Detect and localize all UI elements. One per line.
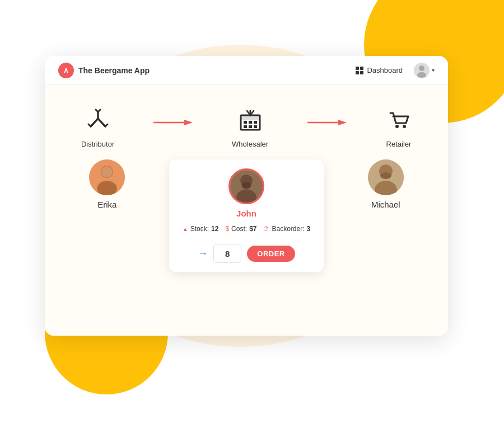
john-avatar-image [230, 168, 263, 204]
wholesaler-svg-icon [237, 107, 263, 133]
backorder-stat: ⏱ Backorder: 3 [263, 225, 310, 233]
user-menu[interactable]: ▾ [414, 63, 435, 78]
distributor-label: Distributor [81, 140, 114, 148]
distributor-icon [85, 107, 111, 137]
dashboard-nav-item[interactable]: Dashboard [356, 66, 403, 74]
svg-marker-6 [184, 120, 193, 125]
avatar-erika [89, 159, 125, 195]
john-stats-row: ▲ Stock: 12 $ Cost: $7 ⏱ Backorder: 3 [183, 225, 310, 233]
svg-point-0 [419, 65, 424, 71]
svg-rect-9 [244, 121, 247, 124]
dashboard-grid-icon [356, 67, 363, 74]
brand-logo-icon: ∧ [58, 63, 74, 78]
svg-point-26 [97, 181, 116, 195]
cost-stat: $ Cost: $7 [225, 225, 256, 233]
distributor-svg-icon [85, 107, 111, 133]
stock-stat: ▲ Stock: 12 [183, 225, 219, 233]
app-window: ∧ The Beergame App Dashboard ▾ [45, 56, 448, 336]
svg-point-34 [380, 172, 391, 179]
retailer-icon [386, 107, 412, 137]
players-row: Erika John [62, 159, 431, 272]
user-avatar-nav [414, 63, 430, 78]
cost-label: Cost: [231, 225, 247, 233]
svg-point-21 [403, 125, 406, 128]
order-arrow-icon: → [198, 248, 208, 260]
svg-rect-11 [254, 121, 257, 124]
arrow-wholesaler-retailer [307, 117, 347, 128]
chevron-down-icon: ▾ [432, 67, 435, 73]
avatar-john [228, 168, 264, 204]
order-row: → ORDER [198, 244, 295, 263]
navbar: ∧ The Beergame App Dashboard ▾ [45, 56, 448, 85]
navbar-right: Dashboard ▾ [356, 63, 435, 78]
order-button[interactable]: ORDER [247, 246, 295, 262]
main-content: Distributor [45, 85, 448, 336]
avatar-michael [368, 159, 404, 195]
svg-marker-19 [338, 120, 347, 125]
avatar-circle-michael [368, 159, 404, 195]
svg-rect-13 [249, 125, 252, 128]
user-icon [414, 63, 430, 78]
player-card-erika: Erika [89, 159, 125, 209]
backorder-clock-icon: ⏱ [263, 225, 269, 232]
navbar-brand: ∧ The Beergame App [58, 63, 150, 78]
brand-name: The Beergame App [78, 66, 150, 75]
svg-rect-12 [244, 125, 247, 128]
retailer-label: Retailer [386, 140, 412, 148]
svg-point-30 [242, 182, 251, 189]
dashboard-label: Dashboard [367, 66, 403, 74]
chain-node-wholesaler: Wholesaler [232, 107, 268, 148]
svg-point-20 [395, 125, 399, 128]
svg-point-25 [101, 166, 113, 177]
backorder-value: 3 [307, 225, 311, 233]
supply-chain-row: Distributor [62, 107, 431, 148]
player-name-erika: Erika [97, 200, 116, 209]
erika-avatar-image [89, 159, 125, 195]
player-name-john: John [236, 209, 256, 218]
wholesaler-label: Wholesaler [232, 140, 268, 148]
chain-node-retailer: Retailer [386, 107, 412, 148]
player-card-michael: Michael [368, 159, 404, 209]
svg-rect-10 [249, 121, 252, 124]
stock-value: 12 [211, 225, 218, 233]
player-name-michael: Michael [371, 200, 400, 209]
svg-point-1 [417, 72, 426, 78]
stock-label: Stock: [190, 225, 209, 233]
retailer-svg-icon [386, 107, 412, 133]
arrow-distributor-wholesaler [153, 117, 193, 128]
cost-value: $7 [249, 225, 256, 233]
svg-rect-14 [254, 125, 257, 128]
avatar-circle-erika [89, 159, 125, 195]
michael-avatar-image [368, 159, 404, 195]
cost-dollar-icon: $ [225, 225, 229, 233]
backorder-label: Backorder: [272, 225, 304, 233]
wholesaler-icon [237, 107, 263, 137]
player-card-john: John ▲ Stock: 12 $ Cost: $7 ⏱ [169, 159, 324, 272]
chain-node-distributor: Distributor [81, 107, 114, 148]
order-quantity-input[interactable] [213, 244, 241, 263]
stock-up-icon: ▲ [183, 226, 188, 232]
avatar-circle-john [228, 168, 264, 204]
